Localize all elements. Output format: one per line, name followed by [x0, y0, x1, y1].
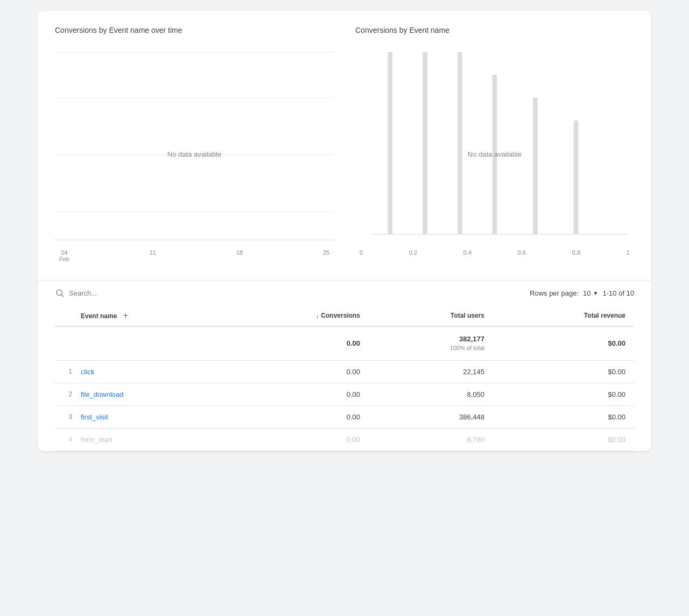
- table-row: 1 click 0.00 22,145 $0.00: [55, 360, 634, 383]
- conversions-cell-4: 0.00: [221, 428, 369, 451]
- totals-users-cell: 382,177 100% of total: [369, 326, 493, 360]
- event-name-cell-3: first_visit: [76, 405, 221, 428]
- totals-revenue-cell: $0.00: [493, 326, 634, 360]
- revenue-cell-3: $0.00: [493, 405, 634, 428]
- totals-row: 0.00 382,177 100% of total $0.00: [55, 326, 634, 360]
- search-row: Rows per page: 10 ▼ 1-10 of 10: [55, 281, 634, 305]
- svg-point-12: [57, 290, 62, 296]
- x-label-4: 25: [323, 249, 329, 262]
- totals-num-cell: [55, 326, 76, 360]
- search-input[interactable]: [69, 289, 521, 297]
- bar-x-02: 0.2: [409, 249, 417, 256]
- bar-chart-no-data: No data available: [468, 150, 522, 158]
- bar-chart-title: Conversions by Event name: [355, 26, 634, 34]
- totals-event-cell: [76, 326, 221, 360]
- svg-line-13: [61, 295, 63, 296]
- event-link-form-start[interactable]: form_start: [81, 436, 113, 444]
- conversions-cell-3: 0.00: [221, 405, 369, 428]
- search-icon: [55, 288, 65, 298]
- bar-x-04: 0.4: [463, 249, 472, 256]
- users-cell-2: 8,050: [369, 383, 493, 405]
- line-chart-area: No data available 04Feb 11 18 25: [55, 41, 334, 267]
- sort-arrow-icon: ↓: [316, 312, 319, 319]
- users-cell-1: 22,145: [369, 360, 493, 383]
- main-card: Conversions by Event name over time No d…: [38, 11, 651, 451]
- bar-chart-svg: [355, 41, 634, 246]
- line-chart-no-data: No data available: [167, 150, 221, 158]
- row-num-2: 2: [55, 383, 76, 405]
- col-num-header: [55, 305, 76, 326]
- data-table: Event name + ↓Conversions Total users To…: [55, 305, 634, 451]
- add-column-button[interactable]: +: [123, 311, 128, 320]
- bar-x-06: 0.6: [518, 249, 526, 256]
- x-label-3: 18: [236, 249, 243, 262]
- line-chart-panel: Conversions by Event name over time No d…: [55, 26, 334, 267]
- bar-x-1: 1: [627, 249, 630, 256]
- rows-per-page-value: 10: [583, 289, 590, 297]
- event-link-file-download[interactable]: file_download: [81, 390, 124, 398]
- conversions-cell-1: 0.00: [221, 360, 369, 383]
- revenue-cell-1: $0.00: [493, 360, 634, 383]
- bar-chart-area: No data available 0 0.2 0.4 0.6 0.8 1: [355, 41, 634, 267]
- table-row: 2 file_download 0.00 8,050 $0.00: [55, 383, 634, 405]
- line-chart-title: Conversions by Event name over time: [55, 26, 334, 34]
- search-box: [55, 288, 521, 298]
- table-row: 4 form_start 0.00 8,780 $0.00: [55, 428, 634, 451]
- charts-row: Conversions by Event name over time No d…: [55, 26, 634, 267]
- x-label-1: 04Feb: [59, 249, 69, 262]
- bar-x-08: 0.8: [572, 249, 580, 256]
- event-name-cell-4: form_start: [76, 428, 221, 451]
- bar-chart-xaxis: 0 0.2 0.4 0.6 0.8 1: [355, 249, 634, 256]
- users-cell-4: 8,780: [369, 428, 493, 451]
- row-num-1: 1: [55, 360, 76, 383]
- line-chart-xaxis: 04Feb 11 18 25: [55, 249, 334, 262]
- col-event-name-header: Event name +: [76, 305, 221, 326]
- line-chart-container: No data available 04Feb 11 18 25: [55, 41, 334, 267]
- event-link-first-visit[interactable]: first_visit: [81, 413, 108, 421]
- page-info: 1-10 of 10: [602, 289, 634, 297]
- revenue-cell-4: $0.00: [493, 428, 634, 451]
- row-num-4: 4: [55, 428, 76, 451]
- col-total-users-header[interactable]: Total users: [369, 305, 493, 326]
- revenue-cell-2: $0.00: [493, 383, 634, 405]
- event-name-cell-1: click: [76, 360, 221, 383]
- rows-per-page-label: Rows per page:: [530, 289, 579, 297]
- bar-chart-container: No data available 0 0.2 0.4 0.6 0.8 1: [355, 41, 634, 267]
- line-chart-svg: [55, 41, 334, 246]
- table-row: 3 first_visit 0.00 386,448 $0.00: [55, 405, 634, 428]
- row-num-3: 3: [55, 405, 76, 428]
- col-conversions-header[interactable]: ↓Conversions: [221, 305, 369, 326]
- conversions-cell-2: 0.00: [221, 383, 369, 405]
- dropdown-arrow-icon: ▼: [593, 290, 599, 296]
- bar-x-0: 0: [360, 249, 363, 256]
- table-header-row: Event name + ↓Conversions Total users To…: [55, 305, 634, 326]
- col-total-revenue-header[interactable]: Total revenue: [493, 305, 634, 326]
- bar-chart-panel: Conversions by Event name No data a: [355, 26, 634, 267]
- rows-per-page-select[interactable]: 10 ▼: [583, 289, 598, 297]
- event-link-click[interactable]: click: [81, 368, 94, 376]
- x-label-2: 11: [150, 249, 156, 262]
- event-name-cell-2: file_download: [76, 383, 221, 405]
- pagination-row: Rows per page: 10 ▼ 1-10 of 10: [530, 289, 634, 297]
- users-cell-3: 386,448: [369, 405, 493, 428]
- totals-conversions-cell: 0.00: [221, 326, 369, 360]
